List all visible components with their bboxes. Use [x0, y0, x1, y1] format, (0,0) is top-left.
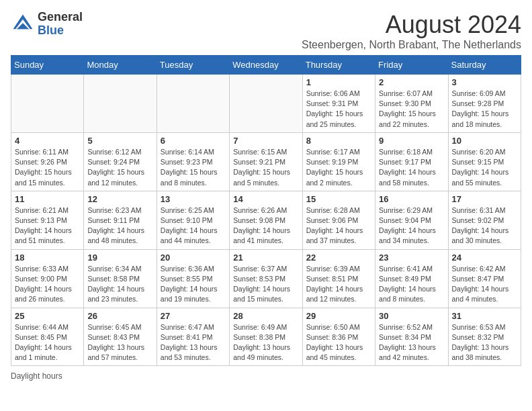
day-number: 2: [379, 77, 444, 87]
title-block: August 2024 Steenbergen, North Brabant, …: [302, 11, 521, 51]
day-info: Sunrise: 6:44 AM Sunset: 8:45 PM Dayligh…: [15, 322, 80, 363]
calendar-table: SundayMondayTuesdayWednesdayThursdayFrid…: [11, 55, 521, 366]
calendar-day-header: Saturday: [448, 56, 521, 75]
day-info: Sunrise: 6:49 AM Sunset: 8:38 PM Dayligh…: [233, 322, 298, 363]
calendar-week-row: 4Sunrise: 6:11 AM Sunset: 9:26 PM Daylig…: [11, 132, 521, 191]
day-number: 29: [306, 311, 371, 321]
day-info: Sunrise: 6:14 AM Sunset: 9:23 PM Dayligh…: [161, 147, 226, 188]
day-number: 5: [87, 136, 152, 146]
day-info: Sunrise: 6:21 AM Sunset: 9:13 PM Dayligh…: [15, 205, 80, 246]
day-info: Sunrise: 6:29 AM Sunset: 9:04 PM Dayligh…: [379, 205, 444, 246]
calendar-cell: 14Sunrise: 6:26 AM Sunset: 9:08 PM Dayli…: [230, 191, 302, 249]
calendar-week-row: 1Sunrise: 6:06 AM Sunset: 9:31 PM Daylig…: [11, 75, 521, 133]
day-number: 15: [306, 194, 371, 204]
day-info: Sunrise: 6:31 AM Sunset: 9:02 PM Dayligh…: [452, 205, 517, 246]
calendar-cell: 19Sunrise: 6:34 AM Sunset: 8:58 PM Dayli…: [84, 249, 157, 308]
day-number: 17: [452, 194, 517, 204]
day-number: 8: [306, 136, 371, 146]
day-number: 13: [161, 194, 226, 204]
day-number: 19: [87, 253, 152, 263]
day-info: Sunrise: 6:36 AM Sunset: 8:55 PM Dayligh…: [161, 264, 226, 305]
day-info: Sunrise: 6:09 AM Sunset: 9:28 PM Dayligh…: [452, 89, 517, 130]
day-number: 12: [87, 194, 152, 204]
calendar-day-header: Wednesday: [230, 56, 302, 75]
day-info: Sunrise: 6:12 AM Sunset: 9:24 PM Dayligh…: [87, 147, 152, 188]
calendar-cell: [157, 75, 229, 133]
calendar-cell: 1Sunrise: 6:06 AM Sunset: 9:31 PM Daylig…: [302, 75, 375, 133]
day-info: Sunrise: 6:37 AM Sunset: 8:53 PM Dayligh…: [233, 264, 298, 305]
calendar-cell: 13Sunrise: 6:25 AM Sunset: 9:10 PM Dayli…: [157, 191, 229, 249]
calendar-cell: 8Sunrise: 6:17 AM Sunset: 9:19 PM Daylig…: [302, 132, 375, 191]
calendar-cell: 25Sunrise: 6:44 AM Sunset: 8:45 PM Dayli…: [11, 308, 84, 366]
day-number: 25: [15, 311, 80, 321]
day-info: Sunrise: 6:06 AM Sunset: 9:31 PM Dayligh…: [306, 89, 371, 130]
calendar-week-row: 25Sunrise: 6:44 AM Sunset: 8:45 PM Dayli…: [11, 308, 521, 366]
day-number: 24: [452, 253, 517, 263]
day-info: Sunrise: 6:39 AM Sunset: 8:51 PM Dayligh…: [306, 264, 371, 305]
day-info: Sunrise: 6:20 AM Sunset: 9:15 PM Dayligh…: [452, 147, 517, 188]
day-info: Sunrise: 6:45 AM Sunset: 8:43 PM Dayligh…: [87, 322, 152, 363]
calendar-cell: 9Sunrise: 6:18 AM Sunset: 9:17 PM Daylig…: [375, 132, 448, 191]
calendar-cell: 29Sunrise: 6:50 AM Sunset: 8:36 PM Dayli…: [302, 308, 375, 366]
calendar-cell: 27Sunrise: 6:47 AM Sunset: 8:41 PM Dayli…: [157, 308, 229, 366]
day-info: Sunrise: 6:07 AM Sunset: 9:30 PM Dayligh…: [379, 89, 444, 130]
day-info: Sunrise: 6:26 AM Sunset: 9:08 PM Dayligh…: [233, 205, 298, 246]
calendar-cell: [230, 75, 302, 133]
calendar-cell: 6Sunrise: 6:14 AM Sunset: 9:23 PM Daylig…: [157, 132, 229, 191]
calendar-cell: 4Sunrise: 6:11 AM Sunset: 9:26 PM Daylig…: [11, 132, 84, 191]
calendar-day-header: Friday: [375, 56, 448, 75]
page-header: General Blue August 2024 Steenbergen, No…: [11, 11, 521, 51]
day-info: Sunrise: 6:15 AM Sunset: 9:21 PM Dayligh…: [233, 147, 298, 188]
day-number: 23: [379, 253, 444, 263]
calendar-cell: 26Sunrise: 6:45 AM Sunset: 8:43 PM Dayli…: [84, 308, 157, 366]
day-info: Sunrise: 6:42 AM Sunset: 8:47 PM Dayligh…: [452, 264, 517, 305]
day-number: 31: [452, 311, 517, 321]
day-number: 18: [15, 253, 80, 263]
calendar-week-row: 11Sunrise: 6:21 AM Sunset: 9:13 PM Dayli…: [11, 191, 521, 249]
calendar-cell: 20Sunrise: 6:36 AM Sunset: 8:55 PM Dayli…: [157, 249, 229, 308]
calendar-cell: 28Sunrise: 6:49 AM Sunset: 8:38 PM Dayli…: [230, 308, 302, 366]
month-title: August 2024: [302, 11, 521, 39]
day-number: 3: [452, 77, 517, 87]
day-info: Sunrise: 6:50 AM Sunset: 8:36 PM Dayligh…: [306, 322, 371, 363]
calendar-cell: 12Sunrise: 6:23 AM Sunset: 9:11 PM Dayli…: [84, 191, 157, 249]
day-number: 1: [306, 77, 371, 87]
calendar-day-header: Tuesday: [157, 56, 229, 75]
day-info: Sunrise: 6:28 AM Sunset: 9:06 PM Dayligh…: [306, 205, 371, 246]
calendar-cell: 22Sunrise: 6:39 AM Sunset: 8:51 PM Dayli…: [302, 249, 375, 308]
calendar-cell: 18Sunrise: 6:33 AM Sunset: 9:00 PM Dayli…: [11, 249, 84, 308]
footer-note: Daylight hours: [11, 371, 521, 381]
calendar-cell: 3Sunrise: 6:09 AM Sunset: 9:28 PM Daylig…: [448, 75, 521, 133]
day-info: Sunrise: 6:11 AM Sunset: 9:26 PM Dayligh…: [15, 147, 80, 188]
calendar-cell: 15Sunrise: 6:28 AM Sunset: 9:06 PM Dayli…: [302, 191, 375, 249]
calendar-cell: 17Sunrise: 6:31 AM Sunset: 9:02 PM Dayli…: [448, 191, 521, 249]
calendar-cell: 16Sunrise: 6:29 AM Sunset: 9:04 PM Dayli…: [375, 191, 448, 249]
day-number: 22: [306, 253, 371, 263]
day-info: Sunrise: 6:33 AM Sunset: 9:00 PM Dayligh…: [15, 264, 80, 305]
day-number: 10: [452, 136, 517, 146]
calendar-cell: 24Sunrise: 6:42 AM Sunset: 8:47 PM Dayli…: [448, 249, 521, 308]
logo-blue: Blue: [38, 24, 83, 38]
day-info: Sunrise: 6:52 AM Sunset: 8:34 PM Dayligh…: [379, 322, 444, 363]
calendar-day-header: Monday: [84, 56, 157, 75]
day-info: Sunrise: 6:47 AM Sunset: 8:41 PM Dayligh…: [161, 322, 226, 363]
day-number: 14: [233, 194, 298, 204]
day-info: Sunrise: 6:41 AM Sunset: 8:49 PM Dayligh…: [379, 264, 444, 305]
calendar-cell: 31Sunrise: 6:53 AM Sunset: 8:32 PM Dayli…: [448, 308, 521, 366]
day-info: Sunrise: 6:23 AM Sunset: 9:11 PM Dayligh…: [87, 205, 152, 246]
calendar-week-row: 18Sunrise: 6:33 AM Sunset: 9:00 PM Dayli…: [11, 249, 521, 308]
calendar-cell: 21Sunrise: 6:37 AM Sunset: 8:53 PM Dayli…: [230, 249, 302, 308]
calendar-cell: [11, 75, 84, 133]
day-number: 6: [161, 136, 226, 146]
calendar-cell: 10Sunrise: 6:20 AM Sunset: 9:15 PM Dayli…: [448, 132, 521, 191]
logo-text: General Blue: [38, 11, 83, 38]
logo-icon: [11, 12, 35, 36]
day-number: 28: [233, 311, 298, 321]
day-info: Sunrise: 6:53 AM Sunset: 8:32 PM Dayligh…: [452, 322, 517, 363]
day-number: 11: [15, 194, 80, 204]
calendar-cell: 30Sunrise: 6:52 AM Sunset: 8:34 PM Dayli…: [375, 308, 448, 366]
day-number: 26: [87, 311, 152, 321]
calendar-cell: 11Sunrise: 6:21 AM Sunset: 9:13 PM Dayli…: [11, 191, 84, 249]
day-number: 20: [161, 253, 226, 263]
day-number: 21: [233, 253, 298, 263]
